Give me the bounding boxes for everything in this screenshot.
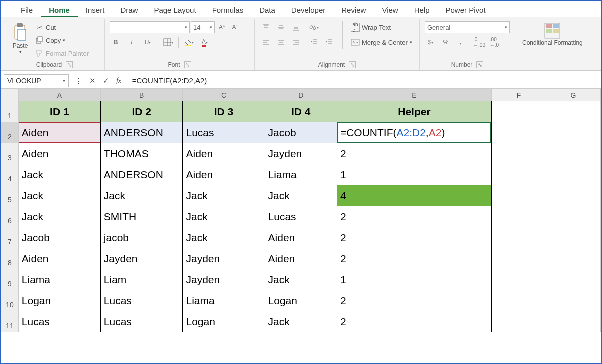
dialog-launcher-icon[interactable]: ⤡ xyxy=(349,61,356,68)
row-head-6[interactable]: 6 xyxy=(2,206,19,227)
row-head-5[interactable]: 5 xyxy=(2,185,19,206)
row-head-2[interactable]: 2 xyxy=(2,122,19,143)
cell-A4[interactable]: Jack xyxy=(18,164,100,185)
cell-F7[interactable] xyxy=(492,227,546,248)
cell-B9[interactable]: Liam xyxy=(100,269,183,290)
fx-button[interactable]: fx xyxy=(116,76,122,85)
row-head-8[interactable]: 8 xyxy=(2,248,19,269)
cell-G9[interactable] xyxy=(546,269,600,290)
cell-C11[interactable]: Logan xyxy=(183,311,265,332)
col-head-C[interactable]: C xyxy=(183,89,265,101)
cell-A10[interactable]: Logan xyxy=(18,290,100,311)
cell-C5[interactable]: Jack xyxy=(183,185,265,206)
tab-help[interactable]: Help xyxy=(406,3,438,17)
cell-G7[interactable] xyxy=(546,227,600,248)
cell-C10[interactable]: Liama xyxy=(183,290,265,311)
wrap-text-button[interactable]: abc Wrap Text xyxy=(350,21,414,33)
cell-D3[interactable]: Jayden xyxy=(265,143,337,164)
cell-D7[interactable]: Aiden xyxy=(265,227,337,248)
cell-F2[interactable] xyxy=(492,122,546,143)
name-box[interactable]: VLOOKUP ▾ xyxy=(4,74,69,87)
col-head-B[interactable]: B xyxy=(100,89,183,101)
cell-E11[interactable]: 2 xyxy=(337,311,492,332)
font-shrink-button[interactable]: Aˇ xyxy=(229,21,241,33)
cell-A3[interactable]: Aiden xyxy=(18,143,100,164)
cell-F6[interactable] xyxy=(492,206,546,227)
cell-F11[interactable] xyxy=(492,311,546,332)
tab-draw[interactable]: Draw xyxy=(112,3,146,17)
cell-E8[interactable]: 2 xyxy=(337,248,492,269)
cell-C2[interactable]: Lucas xyxy=(183,122,265,143)
italic-button[interactable]: I xyxy=(126,36,138,48)
conditional-formatting-button[interactable]: Conditional Formatting xyxy=(520,21,585,47)
cell-F1[interactable] xyxy=(492,101,546,122)
cell-A2[interactable]: Aiden xyxy=(18,122,100,143)
cell-E3[interactable]: 2 xyxy=(337,143,492,164)
align-left-button[interactable] xyxy=(260,36,272,48)
underline-button[interactable]: U▾ xyxy=(142,36,154,48)
font-grow-button[interactable]: A^ xyxy=(216,21,228,33)
orientation-button[interactable]: ab▾ xyxy=(308,21,320,33)
cell-G5[interactable] xyxy=(546,185,600,206)
bold-button[interactable]: B xyxy=(110,36,122,48)
cell-F5[interactable] xyxy=(492,185,546,206)
dialog-launcher-icon[interactable]: ⤡ xyxy=(476,61,484,68)
row-head-7[interactable]: 7 xyxy=(2,227,19,248)
align-top-button[interactable] xyxy=(260,21,272,33)
cut-button[interactable]: ✂ Cut xyxy=(34,21,90,33)
align-bottom-button[interactable] xyxy=(290,21,302,33)
worksheet-grid[interactable]: A B C D E F G 1 ID 1 ID 2 ID 3 ID 4 Help… xyxy=(1,89,601,332)
cell-E2[interactable]: =COUNTIF(A2:D2,A2) xyxy=(337,122,492,143)
cell-G3[interactable] xyxy=(546,143,600,164)
cell-E5[interactable]: 4 xyxy=(337,185,492,206)
select-all-corner[interactable] xyxy=(2,89,19,101)
font-color-button[interactable]: A▾ xyxy=(199,36,211,48)
cell-B5[interactable]: Jack xyxy=(100,185,183,206)
font-family-combo[interactable]: ▾ xyxy=(110,21,190,33)
align-center-button[interactable] xyxy=(275,36,287,48)
cell-B2[interactable]: ANDERSON xyxy=(100,122,183,143)
cell-A1[interactable]: ID 1 xyxy=(18,101,100,122)
cell-B8[interactable]: Jayden xyxy=(100,248,183,269)
cell-A6[interactable]: Jack xyxy=(18,206,100,227)
merge-center-button[interactable]: Merge & Center ▾ xyxy=(350,36,414,48)
row-head-9[interactable]: 9 xyxy=(2,269,19,290)
fill-color-button[interactable]: ▾ xyxy=(183,36,195,48)
enter-button[interactable]: ✓ xyxy=(103,76,110,85)
number-format-combo[interactable]: General▾ xyxy=(425,21,510,33)
formula-input[interactable]: =COUNTIF(A2:D2,A2) xyxy=(126,76,601,85)
cell-E7[interactable]: 2 xyxy=(337,227,492,248)
cell-D11[interactable]: Jack xyxy=(265,311,337,332)
row-head-11[interactable]: 11 xyxy=(2,311,19,332)
tab-developer[interactable]: Developer xyxy=(284,3,334,17)
cell-G4[interactable] xyxy=(546,164,600,185)
cell-A11[interactable]: Lucas xyxy=(18,311,100,332)
format-painter-button[interactable]: Format Painter xyxy=(34,47,90,59)
dialog-launcher-icon[interactable]: ⤡ xyxy=(184,61,192,68)
tab-data[interactable]: Data xyxy=(252,3,284,17)
cell-D6[interactable]: Lucas xyxy=(265,206,337,227)
cell-C6[interactable]: Jack xyxy=(183,206,265,227)
cell-B1[interactable]: ID 2 xyxy=(100,101,183,122)
decrease-decimal-button[interactable]: .00→.0 xyxy=(488,36,500,48)
cell-G11[interactable] xyxy=(546,311,600,332)
tab-review[interactable]: Review xyxy=(334,3,374,17)
cell-G1[interactable] xyxy=(546,101,600,122)
cell-D2[interactable]: Jacob xyxy=(265,122,337,143)
more-button[interactable]: ⋮ xyxy=(75,76,82,85)
row-head-10[interactable]: 10 xyxy=(2,290,19,311)
cell-B6[interactable]: SMITH xyxy=(100,206,183,227)
copy-button[interactable]: Copy ▾ xyxy=(34,34,90,46)
increase-decimal-button[interactable]: .0←.00 xyxy=(474,36,486,48)
cell-D5[interactable]: Jack xyxy=(265,185,337,206)
cell-F9[interactable] xyxy=(492,269,546,290)
cell-E1[interactable]: Helper xyxy=(337,101,492,122)
cell-A8[interactable]: Aiden xyxy=(18,248,100,269)
increase-indent-button[interactable] xyxy=(324,36,336,48)
align-middle-button[interactable] xyxy=(275,21,287,33)
currency-button[interactable]: $▾ xyxy=(425,36,437,48)
cell-F3[interactable] xyxy=(492,143,546,164)
cell-A7[interactable]: Jacob xyxy=(18,227,100,248)
borders-button[interactable]: ▾ xyxy=(162,36,174,48)
row-head-1[interactable]: 1 xyxy=(2,101,19,122)
